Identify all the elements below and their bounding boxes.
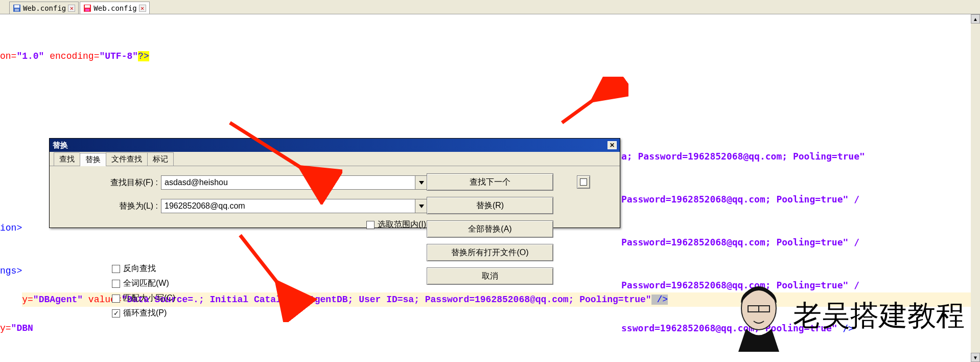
dropdown-icon[interactable] [415, 199, 428, 213]
replace-dialog: 替换 ✕ 查找 替换 文件查找 标记 查找目标(F) : 替换为(L) : 选取… [49, 138, 620, 228]
file-tab-1[interactable]: Web.config ✕ [9, 2, 79, 14]
find-what-label: 查找目标(F) : [59, 177, 161, 188]
close-icon[interactable]: ✕ [139, 5, 146, 12]
watermark: 老吴搭建教程 [731, 280, 965, 352]
find-what-input[interactable] [161, 175, 415, 190]
dialog-tabs: 查找 替换 文件查找 标记 [50, 152, 620, 166]
in-selection-checkbox[interactable]: 选取范围内(I) [366, 219, 426, 230]
scroll-up-icon[interactable]: ▲ [971, 14, 980, 24]
replace-with-input[interactable] [161, 199, 415, 213]
replace-all-open-button[interactable]: 替换所有打开文件(O) [427, 244, 553, 261]
scroll-down-icon[interactable]: ▼ [971, 353, 980, 362]
pin-checkbox[interactable] [577, 175, 590, 189]
tab-findinfiles[interactable]: 文件查找 [106, 152, 147, 166]
replace-all-button[interactable]: 全部替换(A) [427, 220, 553, 238]
tab-find[interactable]: 查找 [54, 152, 80, 166]
vertical-scrollbar[interactable]: ▲ ▼ [971, 14, 980, 362]
svg-rect-1 [14, 5, 19, 8]
backward-checkbox[interactable]: 反向查找 [112, 263, 175, 274]
replace-with-label: 替换为(L) : [59, 201, 161, 212]
dialog-titlebar[interactable]: 替换 ✕ [50, 139, 620, 152]
file-tab-label: Web.config [23, 4, 66, 12]
replace-button[interactable]: 替换(R) [427, 197, 553, 214]
portrait-icon [731, 280, 787, 352]
svg-rect-5 [85, 9, 89, 11]
file-tab-label: Web.config [94, 4, 136, 12]
matchcase-checkbox[interactable]: 匹配大小写(C) [112, 293, 175, 304]
save-unsaved-icon [83, 4, 91, 12]
close-icon[interactable]: ✕ [608, 141, 617, 149]
wrap-checkbox[interactable]: 循环查找(P) [112, 308, 175, 319]
file-tab-2[interactable]: Web.config ✕ [80, 2, 149, 14]
tab-mark[interactable]: 标记 [147, 152, 174, 166]
close-icon[interactable]: ✕ [68, 5, 75, 12]
cancel-button[interactable]: 取消 [427, 267, 553, 285]
file-tabs-bar: Web.config ✕ Web.config ✕ [0, 0, 980, 14]
dropdown-icon[interactable] [415, 175, 428, 190]
wholeword-checkbox[interactable]: 全词匹配(W) [112, 278, 175, 289]
watermark-text: 老吴搭建教程 [793, 297, 965, 335]
save-icon [13, 4, 21, 12]
find-next-button[interactable]: 查找下一个 [427, 173, 553, 191]
svg-rect-4 [85, 5, 90, 8]
dialog-title: 替换 [53, 141, 68, 150]
tab-replace[interactable]: 替换 [80, 153, 106, 166]
svg-rect-2 [15, 9, 19, 11]
